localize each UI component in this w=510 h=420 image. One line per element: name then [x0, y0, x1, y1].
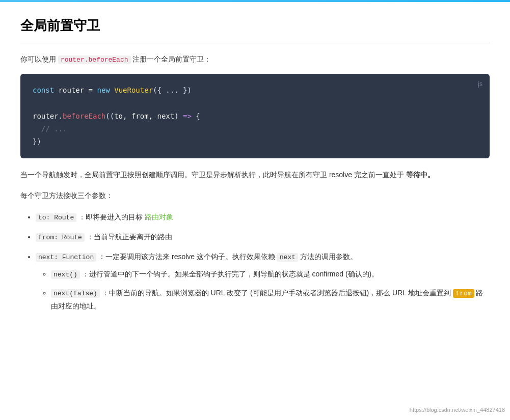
next-call-code: next()	[51, 270, 80, 279]
next-false-code: next(false)	[51, 289, 100, 298]
list-item-to: to: Route ：即将要进入的目标 路由对象	[36, 211, 490, 223]
top-progress-bar	[0, 0, 510, 2]
next-text-after: 方法的调用参数。	[300, 253, 357, 261]
intro-paragraph: 你可以使用 router.beforeEach 注册一个全局前置守卫：	[20, 53, 490, 66]
para2: 每个守卫方法接收三个参数：	[20, 189, 490, 202]
sublist-item-next-false: next(false) ：中断当前的导航。如果浏览器的 URL 改变了 (可能是…	[51, 287, 490, 313]
to-code: to: Route	[36, 213, 76, 222]
list-item-from: from: Route ：当前导航正要离开的路由	[36, 231, 490, 243]
next-text-before: ：一定要调用该方法来 resolve 这个钩子。执行效果依赖	[98, 253, 277, 261]
from-text: ：当前导航正要离开的路由	[87, 233, 172, 241]
list-item-next: next: Function ：一定要调用该方法来 resolve 这个钩子。执…	[36, 250, 490, 312]
from-highlight: from	[453, 289, 474, 298]
code-line-5: })	[33, 135, 477, 148]
from-code: from: Route	[36, 233, 85, 242]
code-line-3: router.beforeEach((to, from, next) => {	[33, 110, 477, 123]
intro-code: router.beforeEach	[58, 55, 131, 64]
code-line-1: const router = new VueRouter({ ... })	[33, 84, 477, 97]
para1: 当一个导航触发时，全局前置守卫按照创建顺序调用。守卫是异步解析执行，此时导航在所…	[20, 169, 490, 181]
para1-text: 当一个导航触发时，全局前置守卫按照创建顺序调用。守卫是异步解析执行，此时导航在所…	[20, 171, 404, 179]
params-list: to: Route ：即将要进入的目标 路由对象 from: Route ：当前…	[20, 211, 490, 313]
code-lang-label: js	[478, 79, 482, 90]
code-line-2	[33, 97, 477, 109]
route-object-link[interactable]: 路由对象	[145, 213, 173, 221]
sublist-item-next-call: next() ：进行管道中的下一个钩子。如果全部钩子执行完了，则导航的状态就是 …	[51, 268, 490, 281]
next-inline: next	[277, 253, 298, 262]
para1-bold: 等待中。	[406, 171, 435, 179]
next-false-text-before: ：中断当前的导航。如果浏览器的 URL 改变了 (可能是用户手动或者浏览器后退按…	[102, 289, 453, 297]
intro-text-before: 你可以使用	[20, 55, 56, 63]
next-sublist: next() ：进行管道中的下一个钩子。如果全部钩子执行完了，则导航的状态就是 …	[36, 268, 490, 313]
to-text-before: ：即将要进入的目标	[78, 213, 145, 221]
next-code: next: Function	[36, 253, 96, 262]
watermark: https://blog.csdn.net/weixin_44827418	[410, 405, 505, 415]
next-call-text: ：进行管道中的下一个钩子。如果全部钩子执行完了，则导航的状态就是 confirm…	[82, 270, 379, 278]
intro-text-after: 注册一个全局前置守卫：	[132, 55, 211, 63]
code-line-4: // ...	[33, 123, 477, 135]
code-block: js const router = new VueRouter({ ... })…	[20, 74, 490, 158]
page-title: 全局前置守卫	[20, 14, 490, 43]
